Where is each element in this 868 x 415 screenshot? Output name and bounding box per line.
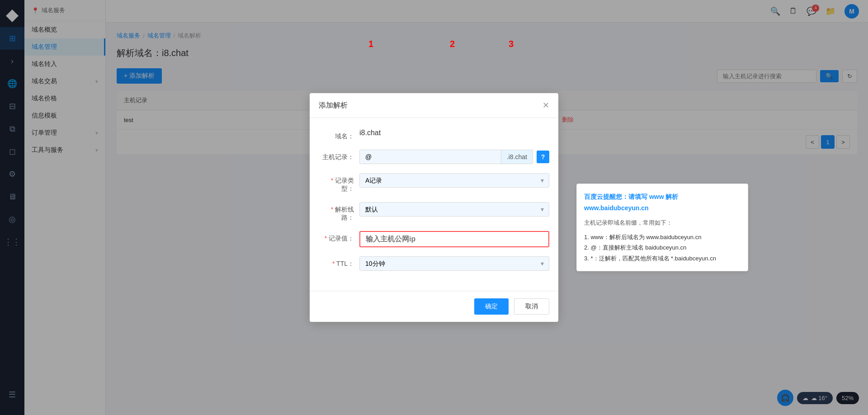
tooltip-item-2: 2. @：直接解析主域名 baidubceyun.cn bbox=[584, 242, 741, 253]
line-select[interactable]: 默认 bbox=[359, 202, 549, 217]
form-row-value: 记录值： bbox=[319, 231, 549, 247]
type-label: 记录类型： bbox=[319, 173, 359, 193]
tooltip-item-3: 3. *：泛解析，匹配其他所有域名 *.baidubceyun.cn bbox=[584, 253, 741, 264]
host-label: 主机记录： bbox=[319, 150, 359, 161]
dialog-footer: 确定 取消 bbox=[310, 291, 558, 322]
tooltip-subtitle: 主机记录即域名前缀，常用如下： bbox=[584, 217, 741, 228]
form-row-ttl: TTL： 10分钟 bbox=[319, 256, 549, 271]
form-row-line: 解析线路： 默认 bbox=[319, 202, 549, 222]
host-input[interactable] bbox=[359, 150, 501, 164]
tooltip-box: 百度云提醒您：请填写 www 解析 www.baidubceyun.cn 主机记… bbox=[576, 184, 748, 271]
line-control: 默认 bbox=[359, 202, 549, 217]
host-suffix: .i8.chat bbox=[501, 150, 533, 164]
annotation-2: 2 bbox=[450, 39, 455, 49]
annotation-3: 3 bbox=[509, 39, 514, 49]
value-label: 记录值： bbox=[319, 231, 359, 243]
tooltip-item-1: 1. www：解析后域名为 www.baidubceyun.cn bbox=[584, 232, 741, 242]
type-select[interactable]: A记录 bbox=[359, 173, 549, 188]
host-control: .i8.chat ? bbox=[359, 150, 549, 164]
help-button[interactable]: ? bbox=[537, 151, 549, 163]
dialog-header: 添加解析 ✕ bbox=[310, 93, 558, 118]
annotation-1: 1 bbox=[368, 39, 373, 49]
dialog-body: 域名： i8.chat 主机记录： .i8.chat ? 记录类型： bbox=[310, 118, 558, 291]
line-label: 解析线路： bbox=[319, 202, 359, 222]
dialog-close-button[interactable]: ✕ bbox=[542, 100, 549, 110]
value-control bbox=[359, 231, 549, 247]
add-dns-dialog: 添加解析 ✕ 域名： i8.chat 主机记录： .i8.chat ? bbox=[310, 93, 558, 322]
form-row-domain: 域名： i8.chat bbox=[319, 129, 549, 141]
domain-label: 域名： bbox=[319, 129, 359, 141]
form-row-host: 主机记录： .i8.chat ? bbox=[319, 150, 549, 164]
domain-value: i8.chat bbox=[359, 129, 549, 137]
dialog-title: 添加解析 bbox=[319, 101, 348, 110]
record-value-input[interactable] bbox=[359, 231, 549, 247]
confirm-button[interactable]: 确定 bbox=[474, 298, 509, 315]
ttl-control: 10分钟 bbox=[359, 256, 549, 271]
form-row-type: 记录类型： A记录 bbox=[319, 173, 549, 193]
ttl-label: TTL： bbox=[319, 256, 359, 268]
ttl-select[interactable]: 10分钟 bbox=[359, 256, 549, 271]
type-control: A记录 bbox=[359, 173, 549, 188]
tooltip-title: 百度云提醒您：请填写 www 解析 www.baidubceyun.cn bbox=[584, 191, 741, 214]
cancel-button[interactable]: 取消 bbox=[514, 298, 549, 315]
dialog-overlay[interactable]: 添加解析 ✕ 域名： i8.chat 主机记录： .i8.chat ? bbox=[0, 0, 868, 415]
